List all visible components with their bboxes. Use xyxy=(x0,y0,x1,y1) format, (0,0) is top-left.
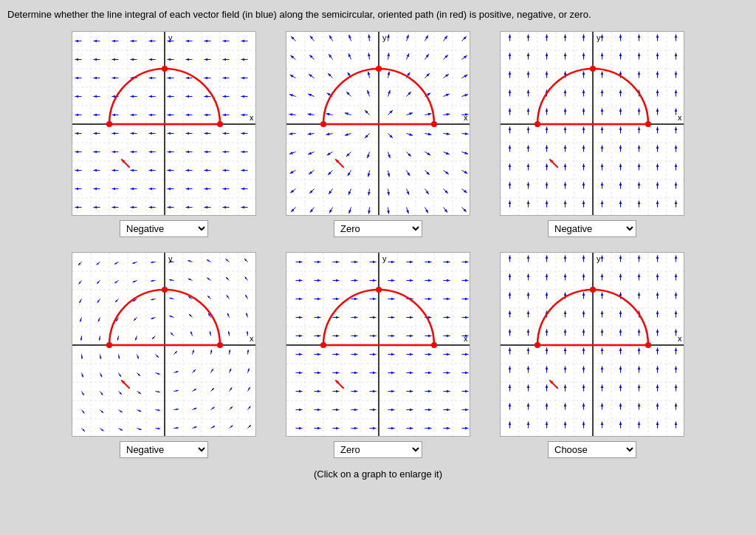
cell-3: ChoosePositiveNegativeZero xyxy=(496,31,688,237)
dropdown-2[interactable]: ChoosePositiveNegativeZero xyxy=(334,220,422,237)
dropdown-3[interactable]: ChoosePositiveNegativeZero xyxy=(548,220,636,237)
graph-1[interactable] xyxy=(72,31,256,216)
graph-3[interactable] xyxy=(500,31,684,216)
dropdown-4[interactable]: ChoosePositiveNegativeZero xyxy=(120,441,208,458)
dropdown-6[interactable]: ChoosePositiveNegativeZero xyxy=(548,441,636,458)
graph-2[interactable] xyxy=(286,31,470,216)
graph-6[interactable] xyxy=(500,252,684,437)
graph-5[interactable] xyxy=(286,252,470,437)
cell-5: ChoosePositiveNegativeZero xyxy=(282,252,474,458)
cell-4: ChoosePositiveNegativeZero xyxy=(68,252,260,458)
cell-6: ChoosePositiveNegativeZero xyxy=(496,252,688,458)
instructions: Determine whether the line integral of e… xyxy=(7,7,716,22)
dropdown-5[interactable]: ChoosePositiveNegativeZero xyxy=(334,441,422,458)
graph-4[interactable] xyxy=(72,252,256,437)
dropdown-1[interactable]: ChoosePositiveNegativeZero xyxy=(120,220,208,237)
footer-text: (Click on a graph to enlarge it) xyxy=(7,468,749,480)
graph-grid: ChoosePositiveNegativeZeroChoosePositive… xyxy=(7,31,749,458)
cell-1: ChoosePositiveNegativeZero xyxy=(68,31,260,237)
cell-2: ChoosePositiveNegativeZero xyxy=(282,31,474,237)
